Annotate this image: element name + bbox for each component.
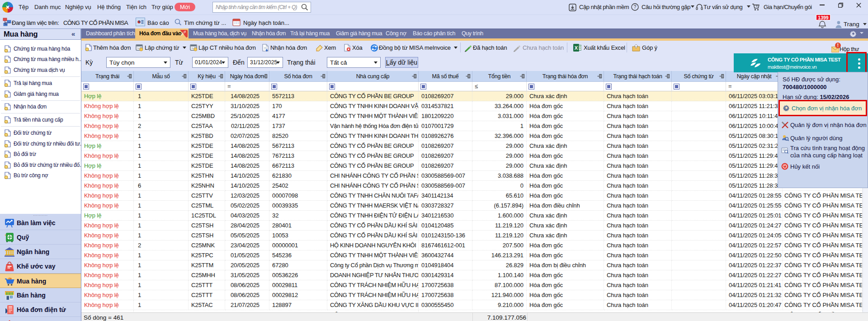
svg-text:X: X	[575, 45, 578, 51]
svg-text:?: ?	[634, 5, 637, 9]
